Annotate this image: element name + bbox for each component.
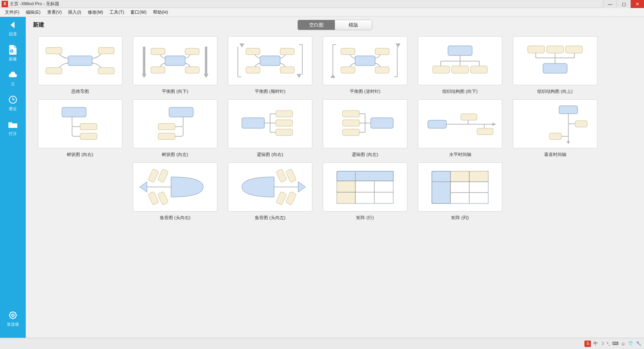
template-caption: 矩阵 (行) <box>356 215 374 221</box>
template-balance-cw[interactable]: 平衡图 (顺时针) <box>228 36 312 94</box>
template-caption: 组织结构图 (向上) <box>537 88 572 94</box>
menu-window[interactable]: 窗口(W) <box>127 9 150 15</box>
svg-rect-5 <box>46 47 62 54</box>
menubar: 文件(F) 编辑(E) 查看(V) 插入(I) 修改(M) 工具(T) 窗口(W… <box>0 8 644 17</box>
thumbnail <box>418 99 502 148</box>
menu-help[interactable]: 帮助(H) <box>150 9 171 15</box>
minimize-button[interactable]: — <box>603 0 617 8</box>
sidebar-item-new[interactable]: 新建 <box>0 44 26 62</box>
menu-view[interactable]: 查看(V) <box>44 9 65 15</box>
template-caption: 树状图 (向左) <box>162 152 188 158</box>
svg-rect-7 <box>98 47 114 54</box>
ime-label[interactable]: 中 <box>593 341 598 347</box>
svg-rect-64 <box>337 181 355 192</box>
template-caption: 水平时间轴 <box>449 152 471 158</box>
template-fishbone-right[interactable]: 鱼骨图 (头向右) <box>133 162 217 221</box>
ime-icon[interactable]: S <box>584 341 591 347</box>
template-org-down[interactable]: 组织结构图 (向下) <box>418 36 502 94</box>
template-balance-down[interactable]: 平衡图 (向下) <box>133 36 217 94</box>
tab-blank[interactable]: 空白图 <box>298 20 335 30</box>
sidebar: 回退 新建 云 最近 打开 <box>0 17 26 338</box>
thumbnail <box>228 162 312 211</box>
template-caption: 平衡图 (逆时针) <box>350 88 380 94</box>
svg-rect-25 <box>375 67 389 73</box>
template-fishbone-left[interactable]: 鱼骨图 (头向左) <box>228 162 312 221</box>
svg-rect-4 <box>68 56 92 66</box>
svg-rect-26 <box>448 46 472 55</box>
svg-rect-38 <box>158 123 175 130</box>
template-matrix-col[interactable]: 矩阵 (列) <box>418 162 502 221</box>
template-caption: 垂直时间轴 <box>544 152 566 158</box>
menu-file[interactable]: 文件(F) <box>2 9 23 15</box>
page-title: 新建 <box>33 21 44 29</box>
svg-rect-55 <box>157 169 168 183</box>
content: 新建 空白图 模版 <box>26 17 644 338</box>
svg-rect-11 <box>165 56 185 66</box>
sidebar-item-cloud[interactable]: 云 <box>0 69 26 87</box>
thumbnail <box>38 99 122 148</box>
svg-rect-14 <box>185 48 199 55</box>
tray-shirt-icon[interactable]: 👕 <box>628 341 634 346</box>
back-arrow-icon <box>7 19 19 31</box>
svg-rect-48 <box>428 120 446 128</box>
sidebar-label-cloud: 云 <box>11 81 15 87</box>
titlebar: X 主页 -XMind Pro - 无标题 — ▢ ✕ <box>0 0 644 8</box>
tray-comma-icon[interactable]: °, <box>607 341 609 346</box>
sidebar-label-open: 打开 <box>9 131 17 137</box>
menu-edit[interactable]: 编辑(E) <box>23 9 44 15</box>
sidebar-item-recent[interactable]: 最近 <box>0 94 26 112</box>
menu-tools[interactable]: 工具(T) <box>106 9 127 15</box>
sidebar-label-new: 新建 <box>9 56 17 62</box>
sidebar-label-pref: 首选项 <box>7 322 19 327</box>
template-org-up[interactable]: 组织结构图 (向上) <box>513 36 597 94</box>
tray-wrench-icon[interactable]: 🔧 <box>636 341 642 346</box>
tray-moon-icon[interactable]: ☽ <box>600 341 604 346</box>
template-caption: 组织结构图 (向下) <box>442 88 477 94</box>
template-balance-ccw[interactable]: 平衡图 (逆时针) <box>323 36 407 94</box>
svg-rect-60 <box>276 191 287 205</box>
svg-rect-67 <box>432 171 450 203</box>
sidebar-label-back: 回退 <box>9 31 17 37</box>
template-tree-right[interactable]: 树状图 (向右) <box>38 99 122 158</box>
svg-rect-65 <box>337 192 355 203</box>
template-logic-left[interactable]: 逻辑图 (向左) <box>323 99 407 158</box>
template-mindmap[interactable]: 思维导图 <box>38 36 122 94</box>
svg-rect-37 <box>169 107 193 117</box>
sidebar-label-recent: 最近 <box>9 106 17 112</box>
svg-rect-16 <box>260 56 280 66</box>
svg-point-3 <box>12 314 14 316</box>
svg-rect-33 <box>543 64 567 73</box>
tray-emoji-icon[interactable]: ☺ <box>621 341 625 346</box>
svg-rect-41 <box>276 111 293 117</box>
template-tree-left[interactable]: 树状图 (向左) <box>133 99 217 158</box>
sidebar-item-preferences[interactable]: 首选项 <box>0 310 26 327</box>
thumbnail <box>38 36 122 85</box>
tray-keyboard-icon[interactable]: ⌨ <box>612 341 619 346</box>
thumbnail <box>323 36 407 85</box>
svg-rect-52 <box>575 121 587 127</box>
template-timeline-h[interactable]: 水平时间轴 <box>418 99 502 158</box>
maximize-button[interactable]: ▢ <box>617 0 630 8</box>
svg-rect-6 <box>46 68 62 74</box>
menu-insert[interactable]: 插入(I) <box>65 9 84 15</box>
svg-rect-42 <box>276 120 293 126</box>
sidebar-item-open[interactable]: 打开 <box>0 119 26 137</box>
svg-rect-54 <box>148 169 159 183</box>
sidebar-item-back[interactable]: 回退 <box>0 19 26 37</box>
tab-template[interactable]: 模版 <box>335 20 372 30</box>
template-matrix-row[interactable]: 矩阵 (行) <box>323 162 407 221</box>
window-title: 主页 -XMind Pro - 无标题 <box>10 1 59 7</box>
template-logic-right[interactable]: 逻辑图 (向右) <box>228 99 312 158</box>
system-tray: S 中 ☽ °, ⌨ ☺ 👕 🔧 <box>584 341 642 347</box>
clock-icon <box>7 94 19 105</box>
template-caption: 逻辑图 (向右) <box>257 152 283 158</box>
taskbar: S 中 ☽ °, ⌨ ☺ 👕 🔧 <box>0 338 644 349</box>
thumbnail <box>513 36 597 85</box>
close-button[interactable]: ✕ <box>630 0 644 8</box>
svg-rect-17 <box>246 48 260 55</box>
menu-modify[interactable]: 修改(M) <box>85 9 107 15</box>
thumbnail <box>228 36 312 85</box>
template-caption: 平衡图 (顺时针) <box>255 88 285 94</box>
template-timeline-v[interactable]: 垂直时间轴 <box>513 99 597 158</box>
new-file-icon <box>7 44 19 55</box>
